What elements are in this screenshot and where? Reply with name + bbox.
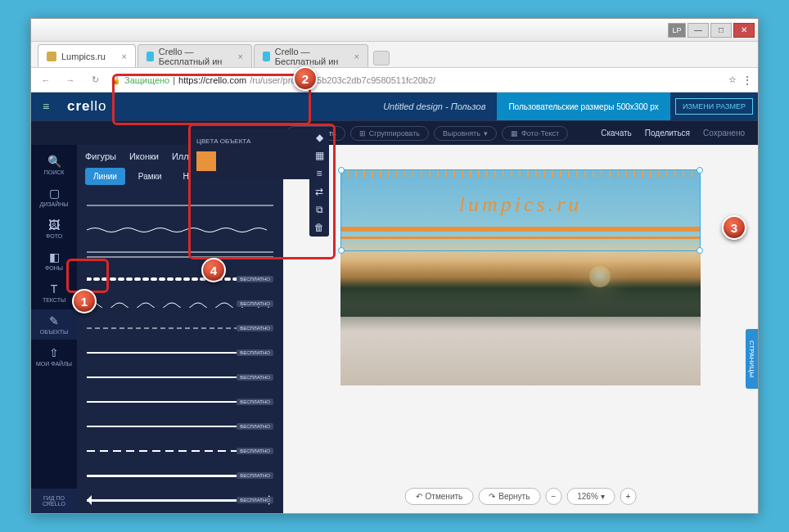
lock-icon: 🔒 [110, 74, 121, 85]
free-badge: БЕСПЛАТНО [237, 349, 273, 356]
address-bar: ← → ↻ 🔒 Защищено | https://crello.com/ru… [31, 68, 758, 92]
window-titlebar: LP — □ ✕ [31, 19, 758, 42]
url-field[interactable]: 🔒 Защищено | https://crello.com/ru/user/… [110, 74, 724, 85]
transparency-icon[interactable]: ▦ [315, 150, 324, 161]
minimize-button[interactable]: — [688, 23, 709, 38]
cat-shapes[interactable]: Фигуры [85, 151, 116, 161]
color-popover: ЦВЕТА ОБЪЕКТА [188, 129, 316, 179]
zoom-level[interactable]: 126% ▾ [566, 488, 615, 505]
context-toolbar: 🔒 Закрыть ⊞ Сгруппировать Выровнять ▾ ▦ … [31, 120, 758, 145]
download-link[interactable]: Скачать [601, 128, 632, 138]
design-canvas[interactable]: lumpics.ru [340, 169, 701, 385]
favicon-icon [263, 52, 270, 61]
nav-designs[interactable]: ▢ДИЗАЙНЫ [31, 182, 77, 212]
list-item[interactable] [87, 219, 273, 241]
close-button[interactable]: ✕ [733, 23, 755, 38]
copy-icon[interactable]: ⧉ [316, 204, 323, 215]
list-item[interactable]: БЕСПЛАТНО [87, 465, 273, 486]
forward-button[interactable]: → [61, 70, 80, 90]
text-icon: T [31, 282, 77, 295]
callout-1: 1 [72, 289, 97, 313]
nav-files[interactable]: ⇧МОИ ФАЙЛЫ [31, 341, 77, 372]
cat-icons[interactable]: Иконки [129, 151, 159, 161]
callout-2: 2 [293, 66, 318, 91]
tab-title: Lumpics.ru [61, 52, 106, 61]
menu-icon[interactable]: ≡ [31, 100, 61, 113]
layers-icon[interactable]: ≡ [316, 168, 322, 179]
search-icon: 🔍 [31, 155, 77, 168]
tab-crello-2[interactable]: Crello — Бесплатный ин × [254, 44, 368, 67]
list-item[interactable]: БЕСПЛАТНО [87, 416, 273, 437]
lp-badge: LP [668, 23, 686, 38]
tab-crello-1[interactable]: Crello — Бесплатный ин × [138, 44, 252, 67]
zoom-out-button[interactable]: − [545, 488, 561, 505]
canvas-area[interactable]: lumpics.ru ↶ Отменить ↷ Вернуть − [283, 145, 758, 513]
free-badge: БЕСПЛАТНО [237, 300, 273, 307]
list-item[interactable]: БЕСПЛАТНО [87, 391, 273, 413]
zoom-in-button[interactable]: + [620, 488, 637, 505]
lines-list: БЕСПЛАТНО БЕСПЛАТНО БЕСПЛАТНО БЕСПЛАТНО … [77, 192, 283, 513]
resize-handle[interactable] [338, 247, 345, 254]
maximize-button[interactable]: □ [710, 23, 732, 38]
favicon-icon [147, 52, 154, 61]
nav-backgrounds[interactable]: ◧ФОНЫ [31, 246, 77, 276]
new-tab-button[interactable] [373, 51, 390, 65]
favicon-icon [47, 52, 56, 61]
list-item[interactable]: БЕСПЛАТНО [87, 367, 273, 388]
cat-frames[interactable]: Рамки [130, 168, 170, 185]
list-item[interactable]: БЕСПЛАТНО [87, 318, 273, 339]
browser-menu-icon[interactable]: ⋮ [742, 74, 753, 87]
align-button[interactable]: Выровнять ▾ [434, 126, 497, 141]
reload-button[interactable]: ↻ [85, 70, 105, 90]
callout-4: 4 [201, 258, 226, 282]
undo-button[interactable]: ↶ Отменить [405, 488, 474, 505]
share-link[interactable]: Поделиться [645, 128, 690, 138]
list-item[interactable]: БЕСПЛАТНО [87, 342, 273, 363]
pages-tab[interactable]: СТРАНИЦЫ [746, 329, 758, 389]
free-badge: БЕСПЛАТНО [237, 276, 273, 282]
tab-close-icon[interactable]: × [354, 52, 359, 61]
list-item[interactable]: БЕСПЛАТНО [87, 489, 273, 511]
tab-close-icon[interactable]: × [122, 52, 127, 61]
trees-graphic [340, 251, 701, 317]
free-badge: БЕСПЛАТНО [237, 497, 273, 503]
fill-icon[interactable]: ◆ [316, 132, 323, 143]
designs-icon: ▢ [31, 187, 77, 200]
back-button[interactable]: ← [36, 70, 56, 90]
flip-icon[interactable]: ⇄ [315, 186, 323, 197]
resize-handle[interactable] [697, 247, 703, 254]
resize-button[interactable]: ИЗМЕНИ РАЗМЕР [675, 98, 753, 115]
list-item[interactable]: БЕСПЛАТНО [87, 440, 273, 462]
nav-texts[interactable]: TТЕКСТЫ [31, 277, 77, 308]
crello-app: ≡ crello Untitled design - Пользов Польз… [31, 92, 758, 513]
redo-button[interactable]: ↷ Вернуть [478, 488, 540, 505]
color-swatch[interactable] [196, 151, 216, 171]
tab-lumpics[interactable]: Lumpics.ru × [38, 44, 136, 67]
resize-handle[interactable] [338, 167, 345, 174]
phototext-button[interactable]: ▦ Фото-Текст [502, 126, 568, 141]
nav-objects[interactable]: ✎ОБЪЕКТЫ [31, 309, 77, 340]
url-host: https://crello.com [178, 75, 246, 85]
saved-status: Сохранено [703, 128, 745, 138]
tab-close-icon[interactable]: × [238, 52, 243, 61]
list-item[interactable]: БЕСПЛАТНО [87, 268, 273, 290]
nav-search[interactable]: 🔍ПОИСК [31, 150, 77, 180]
selection-box[interactable] [340, 169, 701, 251]
resize-handle[interactable] [697, 167, 703, 174]
nav-photo[interactable]: 🖼ФОТО [31, 214, 77, 244]
list-item[interactable]: БЕСПЛАТНО [87, 293, 273, 314]
bookmark-icon[interactable]: ☆ [728, 74, 737, 85]
browser-tabs: Lumpics.ru × Crello — Бесплатный ин × Cr… [31, 42, 758, 68]
design-title[interactable]: Untitled design - Пользов [372, 101, 497, 111]
app-header: ≡ crello Untitled design - Пользов Польз… [31, 92, 758, 120]
cat-lines[interactable]: Линии [85, 168, 125, 185]
guide-link[interactable]: ГИД ПО CRELLO [31, 489, 77, 513]
group-button[interactable]: ⊞ Сгруппировать [350, 126, 429, 141]
secure-label: Защищено [124, 75, 169, 85]
logo: crello [67, 98, 107, 115]
list-item[interactable] [87, 244, 273, 265]
canvas-size-label: Пользовательские размеры 500x300 px [497, 92, 670, 120]
delete-icon[interactable]: 🗑 [314, 222, 324, 233]
free-badge: БЕСПЛАТНО [237, 448, 273, 454]
list-item[interactable] [87, 195, 273, 216]
